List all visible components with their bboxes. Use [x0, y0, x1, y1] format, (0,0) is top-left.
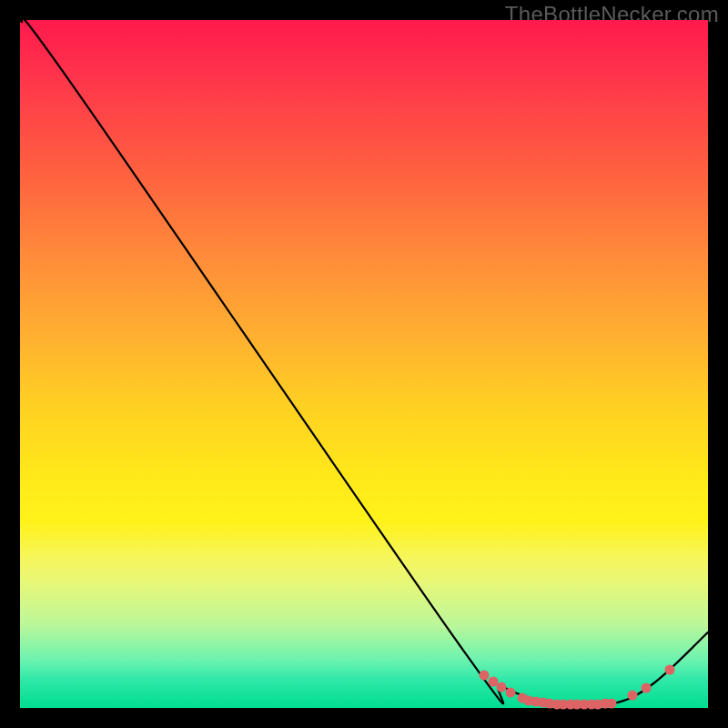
- data-marker: [607, 698, 617, 708]
- data-marker: [642, 683, 652, 693]
- data-marker: [665, 665, 675, 675]
- plot-area: [20, 20, 708, 708]
- chart-curve: [20, 20, 708, 708]
- data-marker: [627, 691, 637, 701]
- data-marker: [480, 670, 490, 680]
- data-marker: [506, 687, 516, 697]
- curve-path: [20, 20, 708, 706]
- chart-frame: TheBottleNecker.com: [0, 0, 728, 728]
